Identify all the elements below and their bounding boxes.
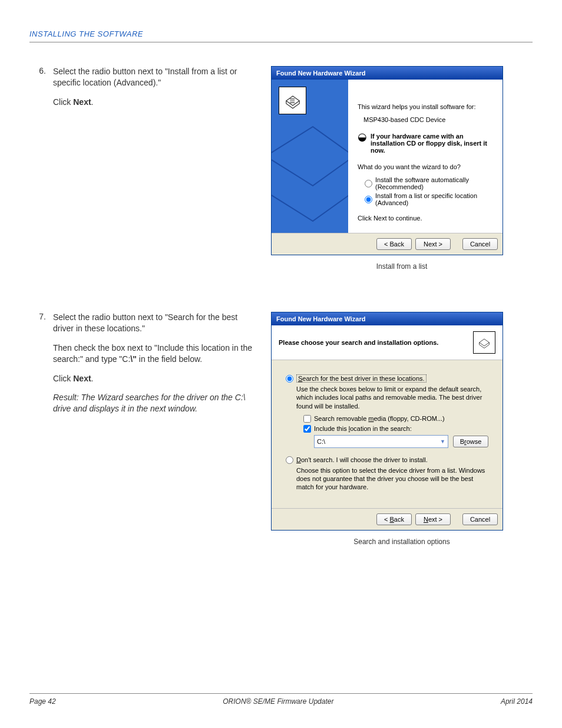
wiz2-sub2: Choose this option to select the device …: [296, 466, 488, 492]
step7-result: Result: The Wizard searches for the driv…: [53, 392, 259, 414]
step-6-number: 6.: [29, 66, 53, 271]
page-footer: Page 42 ORION® SE/ME Firmware Updater Ap…: [29, 693, 533, 706]
wiz2-next-button[interactable]: Next >: [415, 513, 451, 525]
step7-p3c: .: [91, 374, 94, 383]
wiz2-chk-removable-label: Search removable media (floppy, CD-ROM..…: [314, 415, 445, 422]
wiz1-radio-list[interactable]: Install from a list or specific location…: [365, 192, 493, 206]
wiz2-radio-search[interactable]: Search for the best driver in these loca…: [286, 374, 488, 383]
hardware-icon-small: [473, 331, 495, 354]
section-heading: INSTALLING THE SOFTWARE: [29, 29, 533, 42]
step6-p1: Select the radio button next to "Install…: [53, 66, 259, 88]
wiz1-r1-label: Install the software automatically (Reco…: [375, 176, 493, 190]
wiz2-radio-search-input[interactable]: [286, 375, 293, 383]
wiz2-cancel-button[interactable]: Cancel: [462, 513, 498, 525]
step-7-number: 7.: [29, 312, 53, 546]
sidebar-deco: [272, 121, 348, 233]
wiz2-chk-include[interactable]: Include this location in the search:: [303, 425, 488, 433]
wiz1-radio-list-input[interactable]: [365, 196, 372, 203]
step-6-text: Select the radio button next to "Install…: [53, 66, 259, 271]
step7-p2: Then check the box next to "Include this…: [53, 342, 259, 365]
wizard-2-titlebar: Found New Hardware Wizard: [272, 312, 503, 325]
wiz2-r1-label: Search for the best driver in these loca…: [296, 374, 427, 383]
footer-page: Page 42: [29, 697, 56, 706]
step7-p3a: Click: [53, 374, 73, 383]
wiz1-l1: This wizard helps you install software f…: [358, 103, 493, 110]
step7-p2c: in the field below.: [137, 354, 202, 364]
wiz2-back-button[interactable]: < Back: [376, 513, 412, 525]
step-6-row: 6. Select the radio button next to "Inst…: [29, 66, 533, 271]
wiz1-next-button[interactable]: Next >: [415, 238, 451, 250]
step-7-figure-col: Found New Hardware Wizard Please choose …: [271, 312, 533, 546]
step7-p2b: \": [130, 354, 137, 364]
wiz2-radio-dontsearch[interactable]: Don't search. I will choose the driver t…: [286, 456, 488, 464]
wiz2-path-value: C:\: [317, 438, 325, 445]
dropdown-arrow-icon[interactable]: ▼: [440, 439, 445, 444]
wiz1-radio-auto[interactable]: Install the software automatically (Reco…: [365, 176, 493, 190]
step6-p2: Click Next.: [53, 97, 259, 108]
footer-date: April 2014: [501, 697, 533, 706]
wiz1-cont: Click Next to continue.: [358, 215, 493, 222]
wiz1-r2-label: Install from a list or specific location…: [375, 192, 493, 206]
wiz2-chk-removable[interactable]: Search removable media (floppy, CD-ROM..…: [303, 415, 488, 423]
figure-2-caption: Search and installation options: [271, 538, 533, 546]
wiz2-browse-button[interactable]: Browse: [453, 436, 488, 447]
step-7-row: 7. Select the radio button next to "Sear…: [29, 312, 533, 546]
cd-icon: ◒: [358, 133, 367, 141]
wizard-1-content: This wizard helps you install software f…: [348, 80, 503, 233]
wiz2-sub1: Use the check boxes below to limit or ex…: [296, 385, 488, 410]
wiz1-l2: MSP430-based CDC Device: [363, 116, 493, 123]
wiz2-radio-dontsearch-input[interactable]: [286, 456, 293, 464]
step-6-figure-col: Found New Hardware Wizard This wizard he…: [271, 66, 533, 271]
wiz1-cd: If your hardware came with an installati…: [371, 133, 493, 154]
step7-p3b: Next: [73, 374, 91, 383]
wiz2-chk-removable-input[interactable]: [303, 415, 311, 423]
wiz2-chk-include-input[interactable]: [303, 425, 311, 433]
figure-1-caption: Install from a list: [271, 262, 533, 271]
wiz1-radio-auto-input[interactable]: [365, 180, 372, 187]
wiz2-chk-include-label: Include this location in the search:: [314, 425, 412, 432]
wiz2-path-combobox[interactable]: C:\ ▼: [314, 435, 448, 448]
step6-p2c: .: [91, 97, 94, 107]
wiz1-back-button[interactable]: < Back: [376, 238, 412, 250]
wizard-2: Found New Hardware Wizard Please choose …: [271, 312, 503, 531]
wizard-1-titlebar: Found New Hardware Wizard: [272, 67, 503, 80]
wiz2-r2-label: Don't search. I will choose the driver t…: [296, 456, 428, 463]
step6-p2a: Click: [53, 97, 73, 107]
step-7-text: Select the radio button next to "Search …: [53, 312, 259, 546]
hardware-icon: [279, 87, 306, 114]
step7-p3: Click Next.: [53, 373, 259, 384]
step-7-text-col: 7. Select the radio button next to "Sear…: [29, 312, 259, 546]
wizard-1-sidebar: [272, 80, 348, 233]
wiz2-heading: Please choose your search and installati…: [279, 339, 438, 346]
wiz1-q: What do you want the wizard to do?: [358, 163, 493, 170]
wizard-1: Found New Hardware Wizard This wizard he…: [271, 66, 503, 255]
step7-p1: Select the radio button next to "Search …: [53, 312, 259, 334]
step6-p2b: Next: [73, 97, 91, 107]
wiz1-cancel-button[interactable]: Cancel: [462, 238, 498, 250]
step-6-text-col: 6. Select the radio button next to "Inst…: [29, 66, 259, 271]
footer-title: ORION® SE/ME Firmware Updater: [223, 697, 333, 706]
